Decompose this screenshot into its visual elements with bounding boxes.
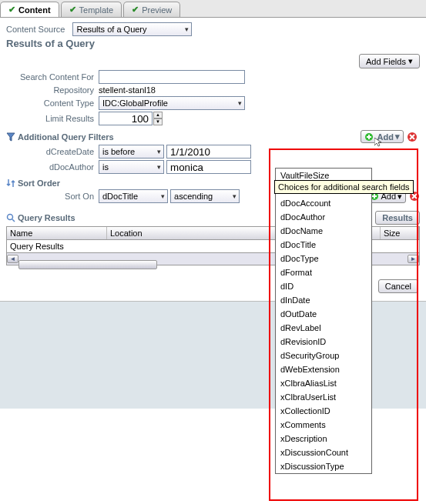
add-filter-button[interactable]: Add▾: [361, 130, 404, 143]
tab-content[interactable]: ✔Content: [0, 2, 59, 17]
search-for-label: Search Content For: [6, 72, 99, 82]
repository-value: stellent-stanl18: [99, 85, 156, 95]
dropdown-item[interactable]: dInDate: [276, 293, 371, 307]
add-fields-button[interactable]: Add Fields ▾: [359, 54, 420, 68]
spin-up-icon[interactable]: ▲: [153, 112, 163, 118]
check-icon: ✔: [8, 5, 15, 15]
filter-value-input[interactable]: [166, 160, 251, 174]
delete-icon[interactable]: [407, 132, 418, 142]
funnel-icon: [6, 132, 15, 142]
add-field-dropdown[interactable]: VaultFileSizedCreateDatedDocAccountdDocA…: [275, 168, 372, 409]
check-icon: ✔: [132, 5, 139, 15]
dropdown-item[interactable]: dID: [276, 279, 371, 293]
tab-label: Template: [79, 5, 114, 15]
tab-bar: ✔Content ✔Template ✔Preview: [0, 0, 426, 18]
dropdown-item[interactable]: xClbraAliasList: [276, 376, 371, 390]
dropdown-item[interactable]: dDocName: [276, 224, 371, 238]
dropdown-item[interactable]: dFormat: [276, 265, 371, 279]
dropdown-item[interactable]: dWebExtension: [276, 362, 371, 376]
scroll-thumb[interactable]: [18, 260, 157, 269]
section-heading: Results of a Query: [6, 38, 420, 49]
content-source-label: Content Source: [6, 25, 72, 34]
sort-icon: [6, 179, 15, 188]
limit-input[interactable]: [99, 112, 153, 125]
dropdown-item[interactable]: dDocAccount: [276, 196, 371, 210]
sort-on-label: Sort On: [6, 192, 99, 201]
content-type-select[interactable]: IDC:GlobalProfile: [99, 96, 245, 110]
dropdown-item[interactable]: xCollectionID: [276, 404, 371, 409]
dropdown-item[interactable]: dSecurityGroup: [276, 349, 371, 362]
search-for-input[interactable]: [99, 70, 245, 84]
limit-results-label: Limit Results: [6, 114, 99, 123]
tab-template[interactable]: ✔Template: [61, 2, 122, 17]
search-icon: [6, 213, 15, 222]
dropdown-item[interactable]: dDocAuthor: [276, 210, 371, 224]
dropdown-item[interactable]: xClbraUserList: [276, 390, 371, 404]
tab-label: Preview: [142, 5, 172, 15]
scroll-left-icon[interactable]: ◄: [7, 255, 18, 263]
filter-op-select[interactable]: is: [99, 160, 164, 174]
spin-down-icon[interactable]: ▼: [153, 118, 163, 125]
limit-results-stepper[interactable]: ▲▼: [99, 112, 163, 125]
check-icon: ✔: [69, 5, 76, 15]
sort-field-select[interactable]: dDocTitle: [99, 189, 168, 203]
filter-field-label: dDocAuthor: [6, 162, 99, 172]
content-source-select[interactable]: Results of a Query: [72, 22, 192, 36]
col-name[interactable]: Name: [7, 227, 107, 239]
repository-label: Repository: [6, 85, 99, 95]
filter-value-input[interactable]: [166, 145, 251, 159]
svg-point-4: [8, 215, 13, 220]
tooltip: Choices for additional search fields: [274, 180, 414, 194]
filters-header: Additional Query Filters Add▾: [6, 130, 420, 143]
sort-dir-select[interactable]: ascending: [170, 189, 240, 203]
dropdown-item[interactable]: dRevisionID: [276, 335, 371, 349]
content-type-label: Content Type: [6, 98, 99, 108]
filter-field-label: dCreateDate: [6, 147, 99, 156]
dropdown-item[interactable]: dDocTitle: [276, 238, 371, 252]
filter-op-select[interactable]: is before: [99, 145, 164, 159]
dropdown-item[interactable]: dDocType: [276, 252, 371, 265]
tab-preview[interactable]: ✔Preview: [123, 2, 180, 17]
dropdown-item[interactable]: dRevLabel: [276, 321, 371, 335]
tab-label: Content: [18, 5, 51, 15]
cursor-icon: [374, 138, 382, 147]
plus-icon: [364, 132, 374, 142]
dropdown-item[interactable]: dOutDate: [276, 307, 371, 321]
